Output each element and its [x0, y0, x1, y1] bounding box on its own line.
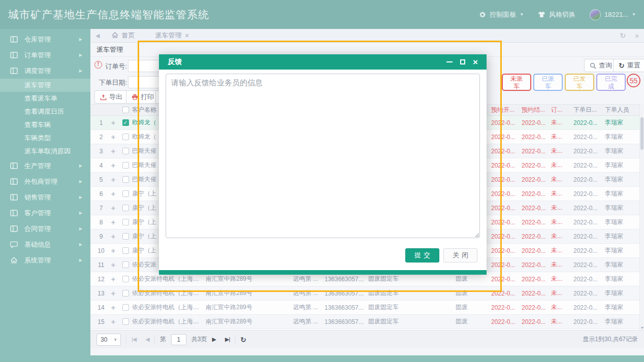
row-checkbox[interactable] [122, 247, 129, 254]
scrollbar-thumb[interactable] [640, 117, 643, 150]
tab-dispatch-management[interactable]: 派车管理 ✕ [155, 31, 189, 40]
move-icon[interactable]: + [108, 232, 119, 241]
row-checkbox[interactable] [122, 176, 129, 183]
refresh-tab-icon[interactable]: ↻ [620, 31, 626, 40]
sidebar-item-basic-info[interactable]: 基础信息 ▶ [0, 237, 90, 252]
modal-title-bar[interactable]: 反馈 × [159, 54, 487, 70]
move-icon[interactable]: + [108, 161, 119, 170]
select-all-checkbox[interactable] [122, 107, 129, 113]
cell-date: 2022-0... [573, 290, 605, 297]
row-checkbox[interactable] [122, 276, 129, 282]
move-icon[interactable]: + [108, 133, 119, 141]
row-checkbox[interactable] [122, 290, 129, 297]
close-icon[interactable]: × [473, 58, 478, 67]
move-icon[interactable]: + [108, 218, 119, 226]
sidebar-item-dispatch[interactable]: 调度管理 ▶ [0, 63, 90, 79]
sidebar-item-contract[interactable]: 合同管理 ▶ [0, 221, 90, 237]
sidebar-item-dispatch-vehicle[interactable]: 派车管理 [0, 79, 90, 92]
sidebar-item-system[interactable]: 系统管理 ▶ [0, 252, 90, 268]
cell-person: 李瑞家 [605, 260, 640, 269]
chevron-right-icon: ▶ [79, 37, 82, 42]
cell-start: 2022-0... [491, 176, 522, 183]
status-filter-2[interactable]: 已发车 [565, 74, 594, 91]
cell-end: 2022-0... [522, 219, 551, 226]
status-filter-1[interactable]: 已派车 [533, 74, 563, 91]
scroll-down-icon[interactable]: ▼ [640, 326, 644, 330]
row-checkbox[interactable] [122, 318, 129, 325]
refresh-icon[interactable]: ↻ [240, 336, 246, 344]
select-all-checkbox[interactable] [119, 107, 132, 113]
close-button[interactable]: 关闭 [443, 248, 477, 262]
move-icon[interactable]: + [108, 303, 119, 312]
next-page-button[interactable]: ▶ [212, 336, 215, 343]
count-badge: 55 [627, 74, 640, 87]
chevron-down-icon: ▼ [520, 12, 524, 17]
cell-phone: 1363663057... [325, 318, 368, 325]
sidebar-item-order[interactable]: 订单管理 ▶ [0, 47, 90, 63]
row-checkbox[interactable] [122, 261, 129, 268]
cell-address: 南汇宣中路289号 [206, 289, 293, 298]
move-icon[interactable]: + [108, 260, 119, 269]
move-icon[interactable]: + [108, 147, 119, 155]
sidebar-item-production[interactable]: 生产管理 ▶ [0, 158, 90, 174]
sidebar-item-vehicle-type[interactable]: 车辆类型 [0, 131, 90, 145]
shirt-icon [538, 11, 545, 18]
move-icon[interactable]: + [108, 289, 119, 298]
row-checkbox[interactable] [122, 304, 129, 311]
row-checkbox[interactable] [122, 148, 129, 154]
sidebar-item-view-vehicle[interactable]: 查看车辆 [0, 118, 90, 131]
move-icon[interactable]: + [108, 204, 119, 212]
prev-page-button[interactable]: ◀ [145, 336, 149, 343]
tabs-scroll-left-icon[interactable]: ◀ [95, 32, 100, 39]
tab-home[interactable]: 首页 [112, 31, 135, 40]
row-checkbox[interactable]: ✓ [122, 119, 129, 126]
vertical-scrollbar[interactable]: ▼ [639, 104, 644, 330]
sidebar-item-customer[interactable]: 客户管理 ▶ [0, 205, 90, 221]
last-page-button[interactable]: ▶| [225, 336, 230, 343]
sidebar-item-view-dispatch-calendar[interactable]: 查看调度日历 [0, 105, 90, 118]
row-checkbox[interactable] [122, 190, 129, 197]
sidebar-item-dispatch-cancel-reason[interactable]: 派车单取消原因 [0, 145, 90, 158]
status-filter-0[interactable]: 未派车 [502, 74, 531, 91]
sidebar-item-sales[interactable]: 销售管理 ▶ [0, 189, 90, 205]
table-row-14[interactable]: 14+依必安派特电机（上海）有...南汇宣中路289号迟鸣第 ...136366… [90, 301, 644, 315]
first-page-button[interactable]: |◀ [132, 336, 136, 343]
move-icon[interactable]: + [108, 317, 119, 326]
submit-button[interactable]: 提交 [405, 248, 439, 262]
page-number-input[interactable] [171, 334, 186, 345]
cell-start: 2022-0... [491, 148, 522, 155]
row-checkbox[interactable] [122, 134, 129, 140]
move-icon[interactable]: + [108, 189, 119, 198]
user-menu[interactable]: 18221... ▼ [590, 9, 636, 20]
sidebar-item-view-dispatch-order[interactable]: 查看派车单 [0, 92, 90, 105]
row-checkbox[interactable] [122, 162, 129, 169]
minimize-icon[interactable] [446, 61, 453, 62]
move-icon[interactable]: + [108, 175, 119, 184]
sidebar-item-outsourcer[interactable]: 外包商管理 ▶ [0, 174, 90, 189]
style-switch-button[interactable]: 风格切换 [538, 10, 575, 19]
tabs-scroll-right-icon[interactable]: » [635, 31, 639, 40]
table-row-15[interactable]: 15+依必安派特电机（上海）有...南汇宣中路289号迟鸣第 ...136366… [90, 315, 644, 329]
row-checkbox[interactable] [122, 205, 129, 211]
print-button[interactable]: 打印 [126, 90, 159, 104]
sidebar-item-warehouse[interactable]: 仓库管理 ▶ [0, 31, 90, 47]
move-icon[interactable]: + [108, 275, 119, 283]
close-tab-icon[interactable]: ✕ [184, 32, 189, 39]
cell-status: 未... [551, 218, 573, 226]
status-filter-3[interactable]: 已完成 [596, 74, 626, 91]
cell-date: 2022-0... [573, 148, 605, 155]
move-icon[interactable]: + [108, 246, 119, 255]
cell-person: 李瑞家 [605, 175, 640, 184]
row-checkbox[interactable] [122, 233, 129, 240]
reset-button[interactable]: ↻ 重置 [613, 59, 644, 72]
cell-status: 未... [551, 147, 573, 155]
grid-icon [10, 225, 19, 232]
maximize-icon[interactable] [460, 59, 465, 64]
export-button[interactable]: 导出 [94, 90, 128, 104]
move-icon[interactable]: + [108, 118, 119, 127]
row-checkbox[interactable] [122, 219, 129, 225]
page-size-select[interactable]: 30 ∨ [96, 334, 121, 346]
control-panel-menu[interactable]: 控制面板 ▼ [479, 10, 524, 19]
feedback-textarea[interactable] [166, 74, 480, 238]
table-row-13[interactable]: 13+依必安派特电机（上海）有...南汇宣中路289号迟鸣第 ...136366… [90, 286, 644, 301]
